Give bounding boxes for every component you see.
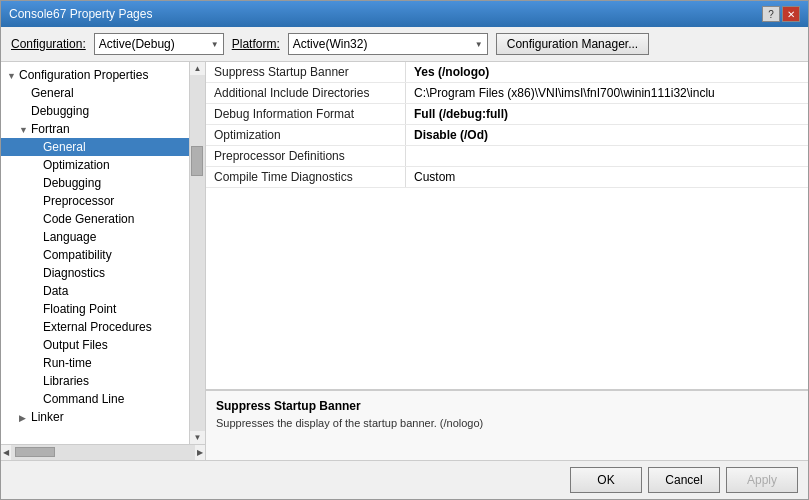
property-row: Preprocessor Definitions <box>206 146 808 167</box>
tree-item[interactable]: General <box>1 84 189 102</box>
tree-item-label: Optimization <box>43 158 110 172</box>
apply-button[interactable]: Apply <box>726 467 798 493</box>
config-value: Active(Debug) <box>99 37 175 51</box>
tree-item[interactable]: ▼Fortran <box>1 120 189 138</box>
tree-items-area[interactable]: ▼Configuration PropertiesGeneralDebuggin… <box>1 62 189 444</box>
hscroll-thumb[interactable] <box>15 447 55 457</box>
platform-combo-arrow: ▼ <box>475 40 483 49</box>
tree-item-label: General <box>31 86 74 100</box>
configuration-combo[interactable]: Active(Debug) ▼ <box>94 33 224 55</box>
tree-item-label: Code Generation <box>43 212 134 226</box>
tree-item[interactable]: Command Line <box>1 390 189 408</box>
tree-item-label: Run-time <box>43 356 92 370</box>
tree-item-label: Data <box>43 284 68 298</box>
tree-item[interactable]: Floating Point <box>1 300 189 318</box>
property-value <box>406 146 808 166</box>
vscroll-track <box>190 75 205 431</box>
platform-combo[interactable]: Active(Win32) ▼ <box>288 33 488 55</box>
tree-inner: ▼Configuration PropertiesGeneralDebuggin… <box>1 62 205 444</box>
tree-item-label: Language <box>43 230 96 244</box>
property-value: C:\Program Files (x86)\VNI\imsI\fnI700\w… <box>406 83 808 103</box>
tree-expander-icon: ▶ <box>19 413 31 423</box>
tree-item-label: Linker <box>31 410 64 424</box>
property-pages-dialog: Console67 Property Pages ? ✕ Configurati… <box>0 0 809 500</box>
property-value: Yes (/nologo) <box>406 62 808 82</box>
tree-expander-icon: ▼ <box>7 71 19 81</box>
hscroll-track <box>11 445 195 460</box>
dialog-title: Console67 Property Pages <box>9 7 152 21</box>
tree-vertical-scrollbar[interactable]: ▲ ▼ <box>189 62 205 444</box>
property-row: Additional Include DirectoriesC:\Program… <box>206 83 808 104</box>
tree-expander-icon: ▼ <box>19 125 31 135</box>
tree-item[interactable]: External Procedures <box>1 318 189 336</box>
hscroll-left-arrow[interactable]: ◀ <box>1 448 11 457</box>
config-label: Configuration: <box>11 37 86 51</box>
close-button[interactable]: ✕ <box>782 6 800 22</box>
tree-item-label: Preprocessor <box>43 194 114 208</box>
config-combo-arrow: ▼ <box>211 40 219 49</box>
tree-item-label: Debugging <box>31 104 89 118</box>
tree-item-label: General <box>43 140 86 154</box>
config-manager-button[interactable]: Configuration Manager... <box>496 33 649 55</box>
title-bar-controls: ? ✕ <box>762 6 800 22</box>
property-name: Suppress Startup Banner <box>206 62 406 82</box>
tree-item[interactable]: Libraries <box>1 372 189 390</box>
tree-item[interactable]: Optimization <box>1 156 189 174</box>
tree-item-label: Debugging <box>43 176 101 190</box>
property-name: Additional Include Directories <box>206 83 406 103</box>
help-button[interactable]: ? <box>762 6 780 22</box>
tree-item-label: Command Line <box>43 392 124 406</box>
tree-item-label: Fortran <box>31 122 70 136</box>
tree-item[interactable]: Diagnostics <box>1 264 189 282</box>
property-row: Debug Information FormatFull (/debug:ful… <box>206 104 808 125</box>
tree-item[interactable]: Compatibility <box>1 246 189 264</box>
tree-item-label: Libraries <box>43 374 89 388</box>
tree-item[interactable]: ▼Configuration Properties <box>1 66 189 84</box>
title-bar: Console67 Property Pages ? ✕ <box>1 1 808 27</box>
vscroll-up-arrow[interactable]: ▲ <box>194 62 202 75</box>
tree-item-label: Compatibility <box>43 248 112 262</box>
hscroll-right-arrow[interactable]: ▶ <box>195 448 205 457</box>
tree-item[interactable]: Run-time <box>1 354 189 372</box>
tree-item[interactable]: ▶Linker <box>1 408 189 426</box>
property-value: Full (/debug:full) <box>406 104 808 124</box>
property-value: Custom <box>406 167 808 187</box>
property-row: Suppress Startup BannerYes (/nologo) <box>206 62 808 83</box>
tree-item[interactable]: Debugging <box>1 102 189 120</box>
property-value: Disable (/Od) <box>406 125 808 145</box>
cancel-button[interactable]: Cancel <box>648 467 720 493</box>
property-name: Preprocessor Definitions <box>206 146 406 166</box>
platform-label: Platform: <box>232 37 280 51</box>
description-title: Suppress Startup Banner <box>216 399 798 413</box>
tree-item-label: Configuration Properties <box>19 68 148 82</box>
property-name: Compile Time Diagnostics <box>206 167 406 187</box>
tree-item[interactable]: Language <box>1 228 189 246</box>
tree-item-label: Diagnostics <box>43 266 105 280</box>
ok-button[interactable]: OK <box>570 467 642 493</box>
property-row: OptimizationDisable (/Od) <box>206 125 808 146</box>
tree-horizontal-scrollbar[interactable]: ◀ ▶ <box>1 444 205 460</box>
property-row: Compile Time DiagnosticsCustom <box>206 167 808 188</box>
tree-item[interactable]: General <box>1 138 189 156</box>
description-body: Suppresses the display of the startup ba… <box>216 417 798 429</box>
main-area: ▼Configuration PropertiesGeneralDebuggin… <box>1 61 808 460</box>
tree-item-label: Output Files <box>43 338 108 352</box>
tree-item-label: External Procedures <box>43 320 152 334</box>
platform-value: Active(Win32) <box>293 37 368 51</box>
tree-item[interactable]: Preprocessor <box>1 192 189 210</box>
tree-item[interactable]: Output Files <box>1 336 189 354</box>
tree-panel: ▼Configuration PropertiesGeneralDebuggin… <box>1 62 206 460</box>
tree-item[interactable]: Debugging <box>1 174 189 192</box>
dialog-footer: OK Cancel Apply <box>1 460 808 499</box>
properties-table: Suppress Startup BannerYes (/nologo)Addi… <box>206 62 808 390</box>
tree-item[interactable]: Code Generation <box>1 210 189 228</box>
vscroll-thumb[interactable] <box>191 146 203 176</box>
vscroll-down-arrow[interactable]: ▼ <box>194 431 202 444</box>
description-panel: Suppress Startup Banner Suppresses the d… <box>206 390 808 460</box>
config-row: Configuration: Active(Debug) ▼ Platform:… <box>1 27 808 61</box>
properties-panel: Suppress Startup BannerYes (/nologo)Addi… <box>206 62 808 460</box>
tree-item[interactable]: Data <box>1 282 189 300</box>
tree-item-label: Floating Point <box>43 302 116 316</box>
property-name: Debug Information Format <box>206 104 406 124</box>
property-name: Optimization <box>206 125 406 145</box>
